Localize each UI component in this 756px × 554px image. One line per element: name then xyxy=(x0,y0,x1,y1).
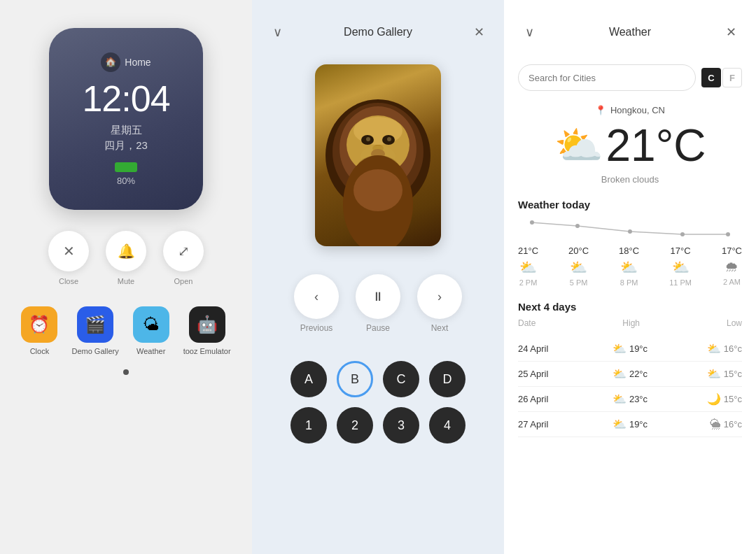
hour-label-2: 5 PM xyxy=(570,278,588,287)
day-1-date: 24 April xyxy=(518,343,574,354)
home-icon: 🏠 xyxy=(101,52,120,72)
pause-wrap: ⏸ Pause xyxy=(356,274,400,333)
app-clock[interactable]: ⏰ Clock xyxy=(21,306,57,355)
selector-2[interactable]: 2 xyxy=(337,407,373,443)
location-pin-icon: 📍 xyxy=(595,105,606,115)
prev-wrap: ‹ Previous xyxy=(294,274,339,333)
col-date-header: Date xyxy=(518,318,536,328)
svg-point-8 xyxy=(387,137,391,141)
selector-1[interactable]: 1 xyxy=(290,407,327,443)
gallery-label: Demo Gallery xyxy=(71,347,118,355)
pause-button[interactable]: ⏸ xyxy=(356,274,400,319)
hour-temp-2: 20°C xyxy=(568,246,589,256)
alpha-selectors: A B C D xyxy=(290,361,465,397)
svg-point-7 xyxy=(366,137,370,141)
hour-label-5: 2 AM xyxy=(723,278,741,286)
app-weather[interactable]: 🌤 Weather xyxy=(133,306,169,355)
location-text: Hongkou, CN xyxy=(610,105,665,115)
open-button[interactable]: ⤢ xyxy=(163,231,204,271)
col-high-header: High xyxy=(622,318,640,328)
weather-header: ∨ Weather ✕ xyxy=(518,21,742,43)
selector-d[interactable]: D xyxy=(429,361,465,397)
tooz-icon: 🤖 xyxy=(189,306,225,343)
page-dot xyxy=(123,369,129,375)
weather-description: Broken clouds xyxy=(518,174,742,185)
panel-home: 🏠 Home 12:04 星期五 四月，23 80% ✕ Close 🔔 Mut… xyxy=(0,0,252,554)
home-title: Home xyxy=(125,57,150,68)
close-button[interactable]: ✕ xyxy=(48,231,89,271)
action-buttons: ✕ Close 🔔 Mute ⤢ Open xyxy=(48,231,204,285)
day-row-2: 25 April ⛅ 22°c ⛅ 15°c xyxy=(518,362,742,387)
selector-b[interactable]: B xyxy=(337,361,373,397)
today-title: Weather today xyxy=(518,199,742,211)
hour-label-4: 11 PM xyxy=(669,278,692,287)
mute-button[interactable]: 🔔 xyxy=(106,231,146,271)
day-3-low-icon: 🌙 xyxy=(707,392,721,406)
day-2-date: 25 April xyxy=(518,369,574,379)
main-cloud-icon: ⛅ xyxy=(554,122,603,169)
search-row: C F xyxy=(518,64,742,91)
close-label: Close xyxy=(59,277,78,285)
day-4-high: ⛅ 19°c xyxy=(602,418,658,431)
svg-point-16 xyxy=(575,224,580,228)
hour-cloud-5: 🌧 xyxy=(724,259,738,275)
svg-point-17 xyxy=(628,229,632,234)
selector-3[interactable]: 3 xyxy=(383,407,419,443)
hour-item-4: 17°C ⛅ 11 PM xyxy=(669,246,692,287)
num-selectors: 1 2 3 4 xyxy=(290,407,465,443)
hour-item-3: 18°C ⛅ 8 PM xyxy=(619,246,639,287)
svg-point-14 xyxy=(354,169,402,211)
day-1-low-icon: ⛅ xyxy=(707,342,721,355)
day-1-high-icon: ⛅ xyxy=(612,342,626,355)
day-3-low: 🌙 15°c xyxy=(686,392,742,406)
hour-temp-4: 17°C xyxy=(671,246,691,256)
battery-bar xyxy=(115,162,137,172)
day-2-high: ⛅ 22°c xyxy=(602,367,658,381)
panel-gallery: ∨ Demo Gallery ✕ xyxy=(252,0,504,554)
selector-c[interactable]: C xyxy=(383,361,419,397)
gallery-collapse-button[interactable]: ∨ xyxy=(266,21,288,43)
app-tooz[interactable]: 🤖 tooz Emulator xyxy=(183,306,231,355)
clock-icon: ⏰ xyxy=(21,306,57,343)
svg-point-19 xyxy=(726,232,730,236)
close-btn-wrap: ✕ Close xyxy=(48,231,89,285)
gallery-controls: ‹ Previous ⏸ Pause › Next xyxy=(294,274,462,333)
svg-point-18 xyxy=(680,232,685,236)
day-1-high: ⛅ 19°c xyxy=(602,342,658,355)
fahrenheit-button[interactable]: F xyxy=(722,68,742,87)
city-search-input[interactable] xyxy=(518,64,696,91)
hour-item-2: 20°C ⛅ 5 PM xyxy=(568,246,589,287)
mute-btn-wrap: 🔔 Mute xyxy=(106,231,146,285)
hour-temp-1: 21°C xyxy=(518,246,538,256)
hour-item-1: 21°C ⛅ 2 PM xyxy=(518,246,538,287)
selector-a[interactable]: A xyxy=(290,361,327,397)
prev-label: Previous xyxy=(300,323,333,333)
weather-icon: 🌤 xyxy=(133,306,169,343)
svg-point-4 xyxy=(354,117,402,145)
gallery-title: Demo Gallery xyxy=(344,26,412,38)
app-gallery[interactable]: 🎬 Demo Gallery xyxy=(71,306,118,355)
next-button[interactable]: › xyxy=(417,274,462,319)
watch-card: 🏠 Home 12:04 星期五 四月，23 80% xyxy=(49,28,203,210)
hour-cloud-1: ⛅ xyxy=(519,259,537,276)
prev-button[interactable]: ‹ xyxy=(294,274,339,319)
weather-close-button[interactable]: ✕ xyxy=(720,21,742,43)
selector-4[interactable]: 4 xyxy=(429,407,465,443)
next-label: Next xyxy=(431,323,449,333)
hour-cloud-4: ⛅ xyxy=(672,259,690,276)
hour-cloud-3: ⛅ xyxy=(620,259,638,276)
hour-label-1: 2 PM xyxy=(519,278,538,287)
clock-time: 12:04 xyxy=(82,78,169,120)
gallery-close-button[interactable]: ✕ xyxy=(468,21,490,43)
app-grid: ⏰ Clock 🎬 Demo Gallery 🌤 Weather 🤖 tooz … xyxy=(21,306,230,355)
main-temperature: 21°C xyxy=(606,120,706,171)
next-days-title: Next 4 days xyxy=(518,301,742,313)
hour-cloud-2: ⛅ xyxy=(570,259,587,276)
clock-label: Clock xyxy=(30,347,50,355)
pause-label: Pause xyxy=(366,323,390,333)
celsius-button[interactable]: C xyxy=(701,68,721,87)
day-row-1: 24 April ⛅ 19°c ⛅ 16°c xyxy=(518,336,742,362)
hour-label-3: 8 PM xyxy=(620,278,638,287)
weather-collapse-button[interactable]: ∨ xyxy=(518,21,540,43)
open-btn-wrap: ⤢ Open xyxy=(163,231,204,285)
